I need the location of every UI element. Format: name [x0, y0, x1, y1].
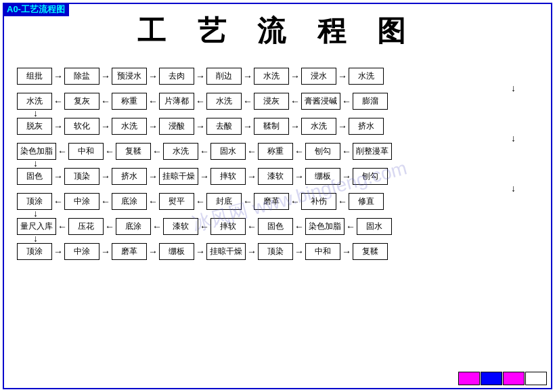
box-r6c4: 熨平 [159, 193, 194, 210]
box-r6c2: 中涂 [64, 193, 99, 210]
box-r1c3: 预浸水 [112, 68, 147, 85]
arrow-r1-1: → [53, 72, 63, 81]
flow-diagram: 组批 → 除盐 → 预浸水 → 去肉 → 削边 → 水洗 → 浸水 → 水洗 ↓… [17, 68, 538, 260]
box-r5c6: 漆软 [258, 168, 293, 185]
arrow-r8-6: → [294, 247, 304, 257]
box-r6c6: 磨革 [254, 193, 289, 210]
flow-row-7: 量尺入库 ← 压花 ← 底涂 ← 漆软 ← 摔软 ← 固色 ← 染色加脂 ← 固… [17, 218, 538, 235]
arrow-r6-7: ← [338, 197, 347, 206]
arrow-r1-3: → [148, 72, 158, 81]
arrow-r5-2: → [101, 172, 110, 181]
arrow-r7-3: ← [152, 222, 162, 232]
arrow-r3-5: → [243, 122, 252, 131]
legend-cell-3 [503, 372, 525, 385]
arrow-r2-4: ← [196, 97, 205, 106]
box-r8c2: 中涂 [64, 243, 99, 260]
box-r6c1: 顶涂 [17, 193, 52, 210]
box-r8c7: 中和 [305, 243, 340, 260]
bottom-legend [458, 372, 547, 385]
arrow-r6-1: ← [53, 197, 63, 206]
box-r2c5: 水洗 [206, 93, 242, 110]
arrow-r1-5: → [243, 72, 252, 81]
box-r7c6: 固色 [258, 218, 293, 235]
flow-row-3: 脱灰 → 软化 → 水洗 → 浸酸 → 去酸 → 鞣制 → 水洗 → 挤水 [17, 118, 538, 135]
box-r8c1: 顶涂 [17, 243, 52, 260]
arrow-r4-5: ← [247, 147, 257, 156]
arrow-r5-6: → [294, 172, 304, 181]
v-connect-7: ↓ [17, 235, 538, 243]
box-r3c8: 挤水 [349, 118, 384, 135]
arrow-r6-2: ← [101, 197, 110, 206]
box-r7c5: 摔软 [210, 218, 246, 235]
box-r8c6: 顶染 [258, 243, 293, 260]
flow-row-6: 顶涂 ← 中涂 ← 底涂 ← 熨平 ← 封底 ← 磨革 ← 补伤 ← 修直 [17, 193, 538, 210]
v-connect-4: ↓ [17, 160, 538, 168]
box-r4c3: 复鞣 [116, 143, 151, 160]
legend-cell-2 [481, 372, 502, 385]
arrow-r7-4: ← [200, 222, 209, 232]
box-r5c3: 挤水 [112, 168, 147, 185]
arrow-r4-3: ← [152, 147, 162, 156]
arrow-r8-2: → [101, 247, 110, 257]
flow-row-5: 固色 → 顶染 → 挤水 → 挂晾干燥 → 摔软 → 漆软 → 绷板 → 刨勾 [17, 168, 538, 185]
v-connect-2: ↓ [17, 110, 538, 118]
box-r2c2: 复灰 [64, 93, 99, 110]
v-connect-5: ↓ [17, 185, 538, 193]
box-r6c7: 补伤 [301, 193, 336, 210]
arrow-r7-1: ← [58, 222, 67, 232]
box-r7c4: 漆软 [163, 218, 198, 235]
box-r1c7: 浸水 [301, 68, 336, 85]
box-r3c5: 去酸 [206, 118, 242, 135]
arrow-r3-3: → [148, 122, 158, 131]
arrow-r1-7: → [338, 72, 347, 81]
arrow-r1-4: → [196, 72, 205, 81]
arrow-r5-3: → [148, 172, 158, 181]
arrow-r8-7: → [342, 247, 351, 257]
box-r3c1: 脱灰 [17, 118, 52, 135]
box-r8c3: 磨革 [112, 243, 147, 260]
box-r7c3: 底涂 [116, 218, 151, 235]
v-connect-3: ↓ [17, 135, 538, 143]
arrow-r5-4: → [200, 172, 209, 181]
arrow-r7-7: ← [346, 222, 355, 232]
box-r4c8: 削整漫革 [353, 143, 392, 160]
box-r1c8: 水洗 [349, 68, 384, 85]
arrow-r3-7: → [338, 122, 347, 131]
flow-row-8: 顶涂 → 中涂 → 磨革 → 绷板 → 挂晾干燥 → 顶染 → 中和 → 复鞣 [17, 243, 538, 260]
box-r5c5: 摔软 [210, 168, 246, 185]
box-r2c1: 水洗 [17, 93, 52, 110]
arrow-r2-1: ← [53, 97, 63, 106]
box-r5c7: 绷板 [305, 168, 340, 185]
box-r6c8: 修直 [349, 193, 384, 210]
arrow-r6-4: ← [196, 197, 205, 206]
box-r6c5: 封底 [206, 193, 242, 210]
legend-cell-1 [458, 372, 480, 385]
box-r1c6: 水洗 [254, 68, 289, 85]
box-r1c2: 除盐 [64, 68, 99, 85]
arrow-r7-5: ← [247, 222, 257, 232]
box-r5c8: 刨勾 [353, 168, 388, 185]
arrow-r1-2: → [101, 72, 110, 81]
flow-row-1: 组批 → 除盐 → 预浸水 → 去肉 → 削边 → 水洗 → 浸水 → 水洗 [17, 68, 538, 85]
arrow-r5-1: → [53, 172, 63, 181]
legend-cell-4 [525, 372, 547, 385]
arrow-r6-3: ← [148, 197, 158, 206]
box-r3c3: 水洗 [112, 118, 147, 135]
main-title: 工 艺 流 程 图 [0, 12, 555, 50]
box-r8c8: 复鞣 [353, 243, 388, 260]
arrow-r8-4: → [196, 247, 205, 257]
box-r7c1: 量尺入库 [17, 218, 56, 235]
box-r4c4: 水洗 [163, 143, 198, 160]
arrow-r8-1: → [53, 247, 63, 257]
arrow-r3-4: → [196, 122, 205, 131]
arrow-r4-2: ← [105, 147, 114, 156]
arrow-r8-5: → [247, 247, 257, 257]
box-r6c3: 底涂 [112, 193, 147, 210]
flow-row-4: 染色加脂 ← 中和 ← 复鞣 ← 水洗 ← 固水 ← 称重 ← 刨勾 ← 削整漫… [17, 143, 538, 160]
box-r2c4: 片薄都 [159, 93, 194, 110]
arrow-r3-6: → [290, 122, 300, 131]
box-r4c6: 称重 [258, 143, 293, 160]
box-r2c6: 浸灰 [254, 93, 289, 110]
arrow-r4-7: ← [342, 147, 351, 156]
arrow-r7-6: ← [294, 222, 304, 232]
